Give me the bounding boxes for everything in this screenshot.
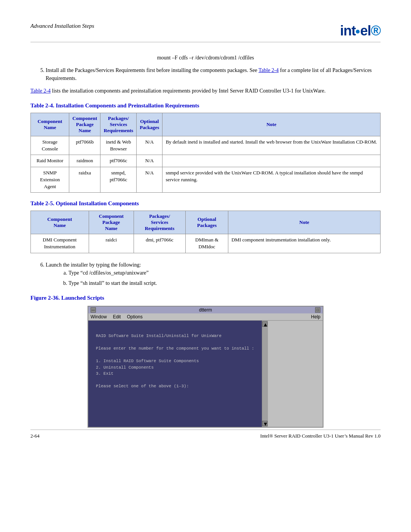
terminal-line: Please enter the number for the componen… [96, 345, 254, 352]
t4-services-1: ptf7066c [100, 155, 137, 167]
page-number: 2-64 [30, 433, 40, 439]
terminal-line: 3. Exit [96, 371, 254, 377]
t4-services-2: snmpd, ptf7066c [100, 167, 137, 193]
terminal-body: RAID Software Suite Install/Uninstall fo… [88, 321, 323, 427]
mount-command: mount –F cdfs –r /dev/cdrom/cdrom1 /cdfi… [30, 54, 381, 62]
chapter-title: Advanced Installation Steps [30, 23, 94, 29]
table5-heading: Table 2-5. Optional Installation Compone… [30, 200, 381, 207]
intel-logo: intel® [340, 23, 381, 39]
terminal-max-btn[interactable]: □ [315, 307, 320, 313]
t4-services-0: inetd & Web Browser [100, 136, 137, 155]
step6-text: Launch the installer by typing the follo… [46, 262, 141, 268]
terminal-line [96, 377, 254, 383]
table4-row: Raid Monitor raidmon ptf7066c N/A [31, 155, 381, 167]
col5-note: Note [228, 211, 381, 234]
table5-row: DMI Component Instrumentation raidci dmi… [31, 234, 381, 253]
terminal-line [96, 339, 254, 346]
col5-component-name: ComponentName [31, 211, 89, 234]
t4-optional-1: N/A [137, 155, 162, 167]
page-header: Advanced Installation Steps intel® [30, 23, 381, 42]
t4-package-0: ptf7066b [69, 136, 100, 155]
step-5-list: Install all the Packages/Services Requir… [46, 66, 381, 82]
t5-optional-0: DMIman & DMIdoc [186, 234, 228, 253]
t4-package-2: raidxa [69, 167, 100, 193]
terminal-close-btn[interactable]: — [91, 307, 96, 313]
page-footer: 2-64 Intel® Server RAID Controller U3-1 … [30, 430, 381, 439]
terminal-line [96, 408, 254, 415]
page: Advanced Installation Steps intel® mount… [0, 0, 411, 451]
table5: ComponentName ComponentPackageName Packa… [30, 211, 381, 253]
t4-note-1 [162, 155, 381, 167]
col-component-name: ComponentName [31, 113, 69, 136]
t4-note-2: snmpd service provided with the UnixWare… [162, 167, 381, 193]
terminal-line [96, 352, 254, 358]
terminal-line [96, 402, 254, 409]
col-note: Note [162, 113, 381, 136]
step5-text1: Install all the Packages/Services Requir… [46, 67, 258, 73]
terminal-title: dtterm [96, 307, 315, 313]
scrollbar-up[interactable]: ▲ [262, 321, 268, 327]
table24-link1[interactable]: Table 2-4 [258, 67, 279, 73]
col5-optional: OptionalPackages [186, 211, 228, 234]
terminal-line: Please select one of the above (1-3): [96, 383, 254, 390]
terminal-line [96, 327, 254, 333]
table4-row: Storage Console ptf7066b inetd & Web Bro… [31, 136, 381, 155]
t4-component-0: Storage Console [31, 136, 69, 155]
table4-wrapper: ComponentName ComponentPackageName Packa… [30, 113, 381, 193]
menu-help[interactable]: Help [311, 314, 320, 320]
step-5: Install all the Packages/Services Requir… [46, 66, 381, 82]
terminal-line [96, 415, 254, 421]
figure-heading: Figure 2-36. Launched Scripts [30, 295, 381, 301]
t4-optional-2: N/A [137, 167, 162, 193]
table4-heading: Table 2-4. Installation Components and P… [30, 102, 381, 109]
terminal-screen: RAID Software Suite Install/Uninstall fo… [88, 321, 262, 427]
terminal-titlebar: — dtterm □ [88, 307, 323, 313]
col-package-name: ComponentPackageName [69, 113, 100, 136]
t5-note-0: DMI component instrumentation installati… [228, 234, 381, 253]
footer-title: Intel® Server RAID Controller U3-1 User’… [260, 433, 381, 439]
menu-edit[interactable]: Edit [113, 314, 121, 320]
t4-note-0: By default inetd is installed and starte… [162, 136, 381, 155]
t4-optional-0: N/A [137, 136, 162, 155]
t4-component-2: SNMP Extension Agent [31, 167, 69, 193]
t4-component-1: Raid Monitor [31, 155, 69, 167]
terminal-scrollbar[interactable]: ▲ ▼ [262, 321, 268, 427]
terminal-line [96, 396, 254, 402]
table4-row: SNMP Extension Agent raidxa snmpd, ptf70… [31, 167, 381, 193]
table5-wrapper: ComponentName ComponentPackageName Packa… [30, 211, 381, 253]
t5-component-0: DMI Component Instrumentation [31, 234, 89, 253]
step6b: Type “sh install” to start the install s… [68, 279, 381, 287]
terminal-window: — dtterm □ Window Edit Options Help RAID… [88, 306, 323, 428]
table24-link2[interactable]: Table 2-4 [30, 88, 51, 94]
terminal-line: 1. Install RAID Software Suite Component… [96, 358, 254, 364]
col5-package-name: ComponentPackageName [89, 211, 134, 234]
table24-intro: Table 2-4 lists the installation compone… [30, 87, 381, 95]
terminal-line [96, 390, 254, 396]
step6-alpha-list: Type “cd /cdfiles/os_setup/unixware” Typ… [68, 269, 381, 287]
t4-package-1: raidmon [69, 155, 100, 167]
table4: ComponentName ComponentPackageName Packa… [30, 113, 381, 193]
step-6: Launch the installer by typing the follo… [46, 261, 381, 287]
terminal-line: RAID Software Suite Install/Uninstall fo… [96, 333, 254, 339]
t5-services-0: dmi, ptf7066c [134, 234, 185, 253]
menu-options[interactable]: Options [127, 314, 142, 320]
step6a: Type “cd /cdfiles/os_setup/unixware” [68, 269, 381, 277]
t5-package-0: raidci [89, 234, 134, 253]
step-6-list: Launch the installer by typing the follo… [46, 261, 381, 287]
terminal-menubar: Window Edit Options Help [88, 313, 323, 321]
col-services: Packages/ServicesRequirements [100, 113, 137, 136]
scrollbar-down[interactable]: ▼ [262, 421, 268, 426]
col-optional: OptionalPackages [137, 113, 162, 136]
col5-services: Packages/ServicesRequirements [134, 211, 185, 234]
menu-window[interactable]: Window [91, 314, 107, 320]
terminal-line: 2. Uninstall Components [96, 364, 254, 371]
